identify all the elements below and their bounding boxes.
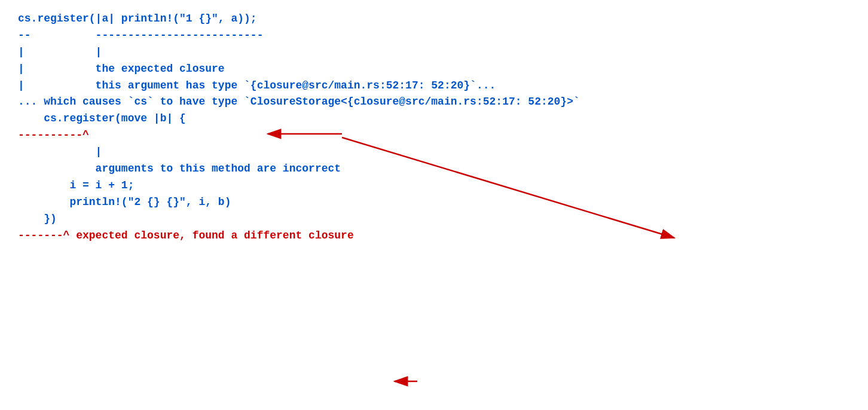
line8: cs.register(move |b| { [18, 111, 850, 127]
code-container: cs.register(|a| println!("1 {}", a)); --… [0, 0, 868, 410]
line12: i = i + 1; [18, 178, 850, 194]
line6: ... which causes `cs` to have type `Clos… [18, 94, 850, 111]
line3: | | [18, 44, 850, 61]
line5: | this argument has type `{closure@src/m… [18, 78, 850, 94]
line13: println!("2 {} {}", i, b) [18, 194, 850, 211]
line15: -------^ expected closure, found a diffe… [18, 228, 850, 244]
line4: | the expected closure [18, 61, 850, 78]
line10: | [18, 144, 850, 161]
line2: -- -------------------------- [18, 27, 850, 44]
line1: cs.register(|a| println!("1 {}", a)); [18, 11, 850, 27]
line9: ----------^ [18, 127, 850, 144]
line14: }) [18, 211, 850, 228]
line11: arguments to this method are incorrect [18, 161, 850, 178]
